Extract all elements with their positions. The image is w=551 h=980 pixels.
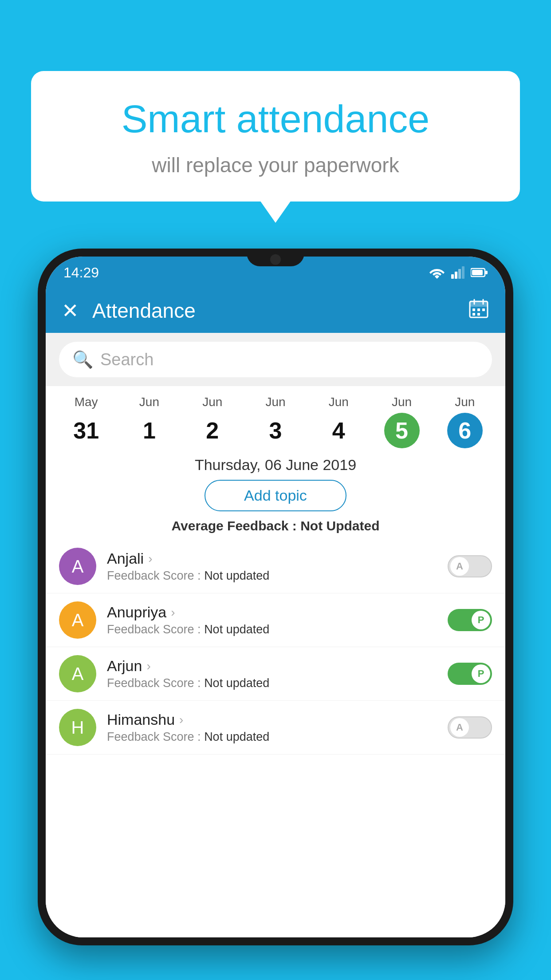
cal-month-label: Jun [307,395,370,409]
cal-month-label: May [55,395,118,409]
cal-month-label: Jun [118,395,181,409]
speech-bubble-title: Smart attendance [58,98,493,141]
toggle-knob-2: P [472,664,490,683]
toggle-wrap-3[interactable]: A [448,716,492,739]
status-time: 14:29 [63,265,99,281]
content-area: 🔍 Search May31Jun1Jun2Jun3Jun4Jun5Jun6 T… [46,333,505,937]
student-avatar-0: A [59,548,96,585]
speech-bubble: Smart attendance will replace your paper… [31,71,520,202]
student-info-1: Anupriya ›Feedback Score : Not updated [107,604,437,636]
chevron-icon: › [179,713,183,727]
cal-month-label: Jun [433,395,496,409]
app-bar-title: Attendance [92,299,468,323]
student-list: AAnjali ›Feedback Score : Not updatedAAA… [46,540,505,937]
cal-day-4[interactable]: Jun4 [307,395,370,448]
notch-camera [270,254,281,265]
attendance-toggle-0[interactable]: A [448,555,492,577]
student-avatar-2: A [59,655,96,692]
svg-rect-6 [472,270,483,275]
student-feedback-0: Feedback Score : Not updated [107,569,437,583]
toggle-wrap-1[interactable]: P [448,609,492,631]
student-feedback-3: Feedback Score : Not updated [107,730,437,744]
svg-rect-1 [455,272,457,279]
cal-date-label: 5 [384,413,420,448]
student-info-2: Arjun ›Feedback Score : Not updated [107,657,437,690]
toggle-knob-0: A [450,557,469,576]
search-input[interactable]: Search [100,350,153,369]
student-avatar-1: A [59,601,96,639]
avg-feedback-value: Not Updated [300,518,379,533]
svg-rect-12 [477,308,480,311]
cal-date-label: 31 [68,413,104,448]
svg-rect-13 [482,308,485,311]
cal-day-5[interactable]: Jun5 [370,395,433,448]
toggle-knob-1: P [472,611,490,629]
cal-month-label: Jun [244,395,307,409]
attendance-toggle-1[interactable]: P [448,609,492,631]
student-name-1: Anupriya › [107,604,437,621]
search-icon: 🔍 [72,350,93,369]
search-container: 🔍 Search [46,333,505,386]
battery-icon [471,267,488,278]
wifi-icon [429,266,445,279]
cal-day-2[interactable]: Jun2 [181,395,244,448]
student-info-0: Anjali ›Feedback Score : Not updated [107,550,437,583]
speech-bubble-subtitle: will replace your paperwork [58,153,493,177]
svg-rect-14 [472,313,475,316]
student-name-2: Arjun › [107,657,437,675]
calendar-row: May31Jun1Jun2Jun3Jun4Jun5Jun6 [46,386,505,448]
signal-icon [451,266,464,279]
student-item-2[interactable]: AArjun ›Feedback Score : Not updatedP [46,647,505,701]
svg-rect-0 [451,274,454,279]
phone-outer: 14:29 [38,249,513,945]
chevron-icon: › [171,605,175,620]
svg-rect-15 [477,313,480,316]
student-info-3: Himanshu ›Feedback Score : Not updated [107,711,437,744]
svg-rect-3 [462,266,464,279]
chevron-icon: › [146,659,150,673]
calendar-icon[interactable] [468,298,489,324]
cal-month-label: Jun [370,395,433,409]
svg-rect-8 [470,301,488,307]
phone-notch [247,249,304,266]
cal-date-label: 4 [321,413,356,448]
student-feedback-1: Feedback Score : Not updated [107,623,437,636]
chevron-icon: › [148,552,152,566]
phone-screen: 14:29 [46,257,505,937]
avg-feedback: Average Feedback : Not Updated [46,518,505,533]
cal-date-label: 2 [195,413,230,448]
toggle-wrap-2[interactable]: P [448,663,492,685]
student-item-1[interactable]: AAnupriya ›Feedback Score : Not updatedP [46,593,505,647]
svg-rect-11 [472,308,475,311]
cal-month-label: Jun [181,395,244,409]
add-topic-button[interactable]: Add topic [205,480,346,511]
attendance-toggle-2[interactable]: P [448,663,492,685]
cal-day-6[interactable]: Jun6 [433,395,496,448]
attendance-toggle-3[interactable]: A [448,716,492,739]
cal-day-1[interactable]: Jun1 [118,395,181,448]
student-item-3[interactable]: HHimanshu ›Feedback Score : Not updatedA [46,701,505,755]
cal-date-label: 3 [258,413,293,448]
cal-day-3[interactable]: Jun3 [244,395,307,448]
phone-wrapper: 14:29 [38,249,513,980]
cal-date-label: 1 [131,413,167,448]
student-name-0: Anjali › [107,550,437,567]
student-avatar-3: H [59,709,96,746]
avg-feedback-label: Average Feedback : [171,518,296,533]
cal-date-label: 6 [447,413,483,448]
student-name-3: Himanshu › [107,711,437,728]
status-icons [429,266,488,279]
toggle-wrap-0[interactable]: A [448,555,492,577]
search-bar[interactable]: 🔍 Search [59,342,492,377]
close-button[interactable]: ✕ [62,299,79,323]
student-feedback-2: Feedback Score : Not updated [107,676,437,690]
cal-day-0[interactable]: May31 [55,395,118,448]
svg-rect-5 [485,271,488,274]
toggle-knob-3: A [450,718,469,737]
student-item-0[interactable]: AAnjali ›Feedback Score : Not updatedA [46,540,505,593]
svg-rect-2 [458,269,461,279]
selected-date: Thursday, 06 June 2019 [46,456,505,474]
app-bar: ✕ Attendance [46,288,505,333]
